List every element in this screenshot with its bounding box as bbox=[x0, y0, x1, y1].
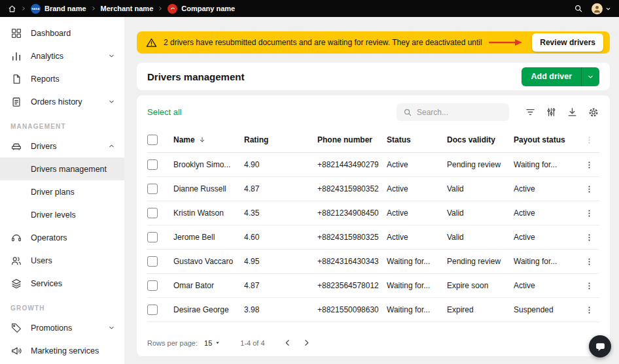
warning-icon bbox=[146, 37, 157, 48]
sidebar-item-marketing-services[interactable]: Marketing services bbox=[0, 339, 124, 362]
row-menu-icon[interactable] bbox=[582, 233, 597, 242]
cell-docs-validity: Pending review bbox=[447, 250, 514, 274]
cell-docs-validity: Valid bbox=[447, 201, 514, 225]
sidebar-item-driver-levels[interactable]: Driver levels bbox=[0, 203, 124, 226]
cell-rating: 4.60 bbox=[244, 225, 317, 250]
pagination: Rows per page: 15 1-4 of 4 bbox=[147, 333, 599, 350]
table-toolbar: Select all bbox=[147, 103, 599, 121]
column-header-status[interactable]: Status bbox=[387, 127, 447, 153]
chat-bubble-icon bbox=[595, 341, 606, 352]
cell-status: Waiting for... bbox=[387, 274, 447, 298]
column-header-name[interactable]: Name bbox=[173, 135, 195, 144]
sidebar-item-analytics[interactable]: Analytics bbox=[0, 44, 124, 67]
cell-phone: +8821550098630 bbox=[317, 298, 387, 322]
chevron-up-icon bbox=[108, 142, 115, 150]
row-checkbox[interactable] bbox=[147, 305, 158, 315]
download-icon[interactable] bbox=[567, 107, 578, 118]
row-menu-icon[interactable] bbox=[582, 305, 597, 315]
sort-desc-icon[interactable] bbox=[198, 136, 206, 144]
sidebar-item-drivers[interactable]: Drivers bbox=[0, 135, 124, 157]
review-drivers-button[interactable]: Review drivers bbox=[532, 33, 603, 52]
chat-widget-button[interactable] bbox=[589, 335, 611, 357]
sidebar-item-reports[interactable]: Reports bbox=[0, 67, 124, 90]
row-checkbox[interactable] bbox=[147, 256, 158, 267]
user-menu[interactable] bbox=[592, 3, 611, 14]
sidebar-item-driver-plans[interactable]: Driver plans bbox=[0, 180, 124, 203]
sidebar-section-management: MANAGEMENT bbox=[0, 113, 124, 135]
breadcrumb-company-label: Company name bbox=[181, 5, 235, 12]
sidebar-item-label: Driver levels bbox=[31, 210, 76, 220]
search-input[interactable] bbox=[417, 108, 503, 117]
review-alert-banner: 2 drivers have resubmitted documents and… bbox=[137, 31, 610, 54]
cell-name: Brooklyn Simo... bbox=[173, 153, 244, 177]
row-menu-icon[interactable] bbox=[582, 281, 597, 291]
column-settings-icon[interactable] bbox=[582, 135, 597, 145]
breadcrumb-merchant[interactable]: Merchant name bbox=[101, 5, 154, 12]
page-title: Drivers management bbox=[147, 71, 244, 82]
table-row[interactable]: Desirae George 3.98 +8821550098630 Waiti… bbox=[147, 298, 599, 322]
sidebar-item-services[interactable]: Services bbox=[0, 272, 124, 295]
sidebar-item-users[interactable]: Users bbox=[0, 249, 124, 272]
row-menu-icon[interactable] bbox=[582, 160, 597, 170]
sidebar-item-orders-history[interactable]: Orders history bbox=[0, 90, 124, 113]
row-menu-icon[interactable] bbox=[582, 184, 597, 194]
gear-icon[interactable] bbox=[588, 107, 599, 118]
column-header-phone[interactable]: Phone number bbox=[317, 127, 387, 153]
row-menu-icon[interactable] bbox=[582, 257, 597, 267]
sidebar-item-label: Reports bbox=[31, 74, 60, 84]
table-row[interactable]: Kristin Watson 4.35 +8821234908450 Activ… bbox=[147, 201, 599, 225]
breadcrumb: NASA Brand name Merchant name Company na… bbox=[8, 4, 235, 14]
select-all-link[interactable]: Select all bbox=[147, 107, 182, 117]
table-row[interactable]: Jerome Bell 4.60 +8824315980325 Active V… bbox=[147, 225, 599, 250]
rows-per-page-select[interactable]: 15 bbox=[204, 339, 221, 347]
home-icon[interactable] bbox=[8, 5, 16, 13]
row-menu-icon[interactable] bbox=[582, 208, 597, 218]
sidebar-section-growth: GROWTH bbox=[0, 295, 124, 316]
cell-phone: +8824315980352 bbox=[317, 177, 387, 201]
filter-icon[interactable] bbox=[525, 107, 536, 118]
add-driver-caret-button[interactable] bbox=[582, 67, 599, 86]
cell-rating: 4.87 bbox=[244, 274, 317, 298]
row-checkbox[interactable] bbox=[147, 184, 158, 194]
table-row[interactable]: Gustavo Vaccaro 4.95 +8824316430343 Wait… bbox=[147, 250, 599, 274]
drivers-table-card: Select all bbox=[137, 95, 610, 356]
breadcrumb-brand[interactable]: NASA Brand name bbox=[31, 4, 86, 14]
sidebar: Dashboard Analytics Reports Orders histo… bbox=[0, 17, 124, 364]
table-row[interactable]: Omar Bator 4.87 +8823564578012 Waiting f… bbox=[147, 274, 599, 298]
row-checkbox[interactable] bbox=[147, 280, 158, 291]
breadcrumb-separator-icon bbox=[21, 6, 26, 11]
cell-status: Active bbox=[387, 177, 447, 201]
breadcrumb-brand-label: Brand name bbox=[44, 5, 86, 12]
sidebar-item-label: Drivers management bbox=[31, 165, 107, 174]
table-header-row: Name Rating Phone number Status Docs val… bbox=[147, 127, 599, 153]
previous-page-icon[interactable] bbox=[283, 339, 292, 347]
adjustments-icon[interactable] bbox=[546, 107, 557, 118]
cell-status: Waiting for... bbox=[387, 250, 447, 274]
search-box bbox=[397, 103, 509, 121]
sidebar-item-drivers-management[interactable]: Drivers management bbox=[0, 157, 124, 180]
add-driver-button[interactable]: Add driver bbox=[522, 67, 581, 86]
row-checkbox[interactable] bbox=[147, 208, 158, 218]
column-header-rating[interactable]: Rating bbox=[244, 127, 317, 153]
next-page-icon[interactable] bbox=[302, 339, 311, 347]
row-checkbox[interactable] bbox=[147, 159, 158, 170]
sidebar-item-label: Promotions bbox=[31, 323, 72, 333]
sidebar-item-promotions[interactable]: Promotions bbox=[0, 316, 124, 339]
table-row[interactable]: Dianne Russell 4.87 +8824315980352 Activ… bbox=[147, 177, 599, 201]
row-checkbox[interactable] bbox=[147, 232, 158, 242]
table-row[interactable]: Brooklyn Simo... 4.90 +8821443490279 Act… bbox=[147, 153, 599, 177]
chevron-down-icon bbox=[108, 324, 115, 331]
column-header-payout[interactable]: Payout status bbox=[514, 127, 582, 153]
cell-phone: +8823564578012 bbox=[317, 274, 387, 298]
sidebar-item-dashboard[interactable]: Dashboard bbox=[0, 22, 124, 44]
annotation-arrow-icon bbox=[489, 39, 523, 46]
sidebar-item-operators[interactable]: Operators bbox=[0, 226, 124, 249]
column-header-docs[interactable]: Docs validity bbox=[447, 127, 514, 153]
search-icon[interactable] bbox=[574, 4, 583, 13]
chevron-down-icon bbox=[108, 52, 115, 59]
sidebar-item-label: Users bbox=[31, 256, 52, 265]
breadcrumb-company[interactable]: Company name bbox=[168, 4, 235, 14]
headset-icon bbox=[10, 232, 22, 244]
select-all-checkbox[interactable] bbox=[147, 135, 158, 145]
megaphone-icon bbox=[10, 345, 22, 357]
